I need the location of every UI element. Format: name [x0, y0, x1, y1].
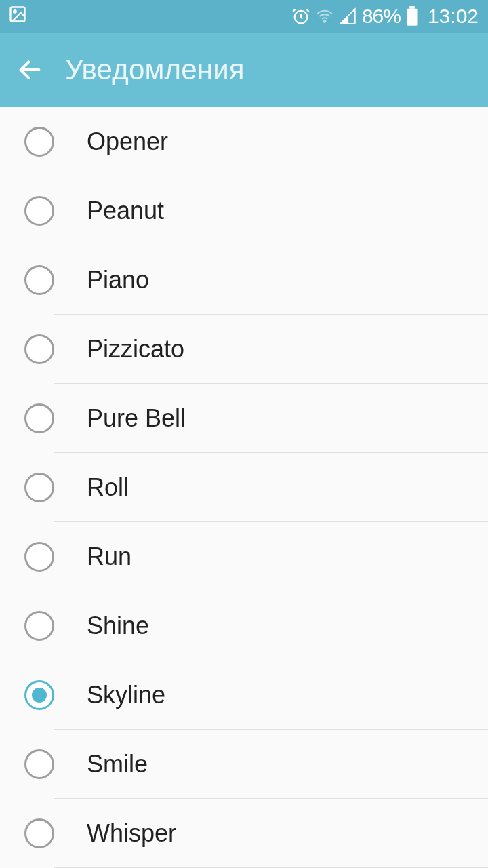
ringtone-label: Skyline — [87, 681, 165, 709]
radio-button[interactable] — [24, 542, 54, 572]
ringtone-row[interactable]: Roll — [24, 453, 488, 522]
ringtone-row[interactable]: Shine — [24, 591, 488, 660]
row-tail: Smile — [54, 730, 488, 799]
ringtone-row[interactable]: Peanut — [24, 176, 488, 245]
ringtone-row[interactable]: Pure Bell — [24, 384, 488, 453]
ringtone-label: Run — [87, 542, 131, 571]
ringtone-row[interactable]: Smile — [24, 730, 488, 799]
ringtone-label: Piano — [87, 266, 149, 294]
radio-button[interactable] — [24, 680, 54, 710]
ringtone-label: Peanut — [87, 197, 164, 225]
status-left — [8, 5, 27, 28]
back-button[interactable] — [16, 56, 43, 83]
ringtone-label: Whisper — [87, 819, 176, 848]
row-tail: Piano — [54, 245, 488, 315]
ringtone-label: Shine — [87, 612, 149, 640]
ringtone-label: Opener — [87, 127, 168, 156]
svg-point-3 — [323, 20, 325, 22]
ringtone-label: Pizzicato — [87, 335, 184, 363]
ringtone-row[interactable]: Pizzicato — [24, 315, 488, 384]
row-tail: Peanut — [54, 176, 488, 245]
radio-button[interactable] — [24, 334, 54, 364]
svg-rect-5 — [407, 9, 417, 26]
arrow-left-icon — [16, 56, 43, 83]
radio-button[interactable] — [24, 611, 54, 641]
alarm-icon — [291, 7, 310, 26]
status-bar: 86% 13:02 — [0, 0, 488, 33]
row-tail: Skyline — [54, 660, 488, 730]
svg-rect-4 — [409, 6, 415, 9]
radio-button[interactable] — [24, 473, 54, 502]
signal-icon — [339, 7, 357, 25]
ringtone-row[interactable]: Piano — [24, 245, 488, 315]
row-tail: Pure Bell — [54, 384, 488, 453]
picture-icon — [8, 5, 27, 28]
row-tail: Roll — [54, 453, 488, 522]
ringtone-list: OpenerPeanutPianoPizzicatoPure BellRollR… — [0, 107, 488, 868]
row-tail: Whisper — [54, 799, 488, 868]
row-tail: Shine — [54, 591, 488, 660]
ringtone-row[interactable]: Opener — [24, 107, 488, 176]
ringtone-row[interactable]: Whisper — [24, 799, 488, 868]
row-tail: Pizzicato — [54, 315, 488, 384]
row-tail: Run — [54, 522, 488, 591]
radio-button[interactable] — [24, 265, 54, 295]
ringtone-row[interactable]: Skyline — [24, 660, 488, 730]
ringtone-label: Pure Bell — [87, 404, 186, 433]
ringtone-row[interactable]: Run — [24, 522, 488, 591]
battery-icon — [406, 6, 418, 26]
svg-point-1 — [14, 10, 16, 13]
row-tail: Opener — [54, 107, 488, 176]
radio-button[interactable] — [24, 196, 54, 226]
ringtone-label: Smile — [87, 750, 148, 778]
radio-button[interactable] — [24, 403, 54, 433]
clock-time: 13:02 — [428, 5, 479, 28]
app-bar: Уведомления — [0, 33, 488, 107]
radio-button[interactable] — [24, 127, 54, 157]
battery-percentage: 86% — [362, 5, 401, 28]
wifi-icon — [316, 7, 333, 25]
radio-button[interactable] — [24, 818, 54, 848]
ringtone-label: Roll — [87, 473, 129, 502]
page-title: Уведомления — [65, 54, 245, 86]
radio-button[interactable] — [24, 749, 54, 779]
status-right: 86% 13:02 — [291, 5, 479, 28]
